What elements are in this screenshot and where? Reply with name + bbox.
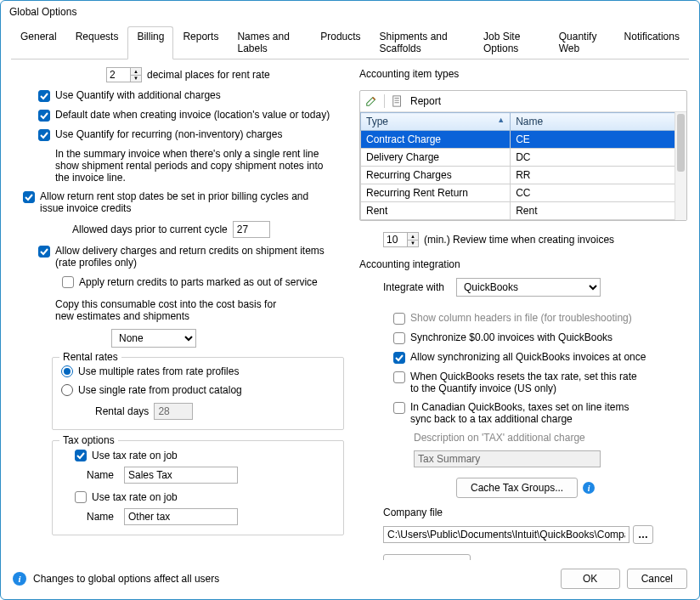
spin-down-icon[interactable]: ▼ [408,241,418,247]
use-quantify-addl-label: Use Quantify with additional charges [55,89,221,101]
spin-up-icon[interactable]: ▲ [131,68,141,76]
allow-delivery-charges-label: Allow delivery charges and return credit… [55,245,336,269]
decimal-places-input[interactable] [106,67,130,82]
sync-zero-label: Synchronize $0.00 invoices with QuickBoo… [410,331,612,343]
review-minutes-input[interactable] [383,232,407,247]
sort-asc-icon: ▲ [497,116,505,124]
tax-desc-label: Description on 'TAX' additional charge [414,432,585,444]
col-type-header[interactable]: Type▲ [360,113,510,131]
rental-rates-group: Rental rates Use multiple rates from rat… [52,357,344,430]
info-icon[interactable]: i [583,482,595,494]
use-tax-rate-2-label: Use tax rate on job [92,491,178,503]
cancel-button[interactable]: Cancel [627,569,687,589]
tab-products[interactable]: Products [311,26,370,59]
allow-delivery-charges-checkbox[interactable] [38,246,50,258]
accounting-item-table: Report Type▲ Name Contract ChargeCE [359,90,687,221]
tab-general[interactable]: General [11,26,66,59]
tab-notifications[interactable]: Notifications [615,26,689,59]
decimal-places-spinner[interactable]: ▲▼ [106,67,142,82]
tax-name-2-label: Name [87,511,119,523]
col-name-header[interactable]: Name [511,113,686,131]
rental-days-input [154,403,193,420]
qb-reset-tax-checkbox[interactable] [393,371,405,383]
tab-reports[interactable]: Reports [173,26,228,59]
tab-names-labels[interactable]: Names and Labels [228,26,311,59]
canadian-qb-label: In Canadian QuickBooks, taxes set on lin… [410,401,648,425]
table-row[interactable]: Recurring ChargesRR [360,167,686,184]
apply-return-credits-checkbox[interactable] [62,276,74,288]
table-row[interactable]: Delivery ChargeDC [360,149,686,167]
sync-all-checkbox[interactable] [393,352,405,364]
report-icon[interactable] [390,93,405,109]
ok-button[interactable]: OK [561,569,620,589]
table-row[interactable]: Contract ChargeCE [360,131,686,149]
report-label[interactable]: Report [410,95,441,107]
edit-icon[interactable] [364,93,379,109]
tax-options-group: Tax options Use tax rate on job Name Use… [52,440,344,535]
table-row[interactable]: Recurring Rent ReturnCC [360,184,686,202]
use-tax-rate-1-checkbox[interactable] [75,450,87,461]
use-quantify-recurring-label: Use Quantify for recurring (non-inventor… [55,128,282,140]
footer-notice: Changes to global options affect all use… [33,573,219,585]
rental-rates-legend: Rental rates [59,351,121,363]
copy-consumable-select[interactable]: None [111,329,196,348]
tabs-bar: General Requests Billing Reports Names a… [11,26,689,59]
svg-rect-0 [393,96,401,106]
allow-return-rent-checkbox[interactable] [23,191,35,203]
default-date-label: Default date when creating invoice (loca… [55,109,330,121]
rental-multi-label: Use multiple rates from rate profiles [78,365,239,377]
tab-job-site-options[interactable]: Job Site Options [474,26,550,59]
allowed-days-input[interactable] [233,221,270,238]
tab-quantify-web[interactable]: Quantify Web [550,26,615,59]
spin-up-icon[interactable]: ▲ [408,233,418,241]
tab-shipments[interactable]: Shipments and Scaffolds [370,26,474,59]
allowed-days-label: Allowed days prior to current cycle [72,224,228,235]
use-quantify-recurring-checkbox[interactable] [38,129,50,141]
company-file-label: Company file [383,507,443,518]
rental-single-radio[interactable] [61,384,73,396]
sync-zero-checkbox[interactable] [393,332,405,344]
accounting-item-types-label: Accounting item types [359,68,687,80]
window-title: Global Options [1,1,699,20]
allow-return-rent-label: Allow return rent stop dates be set in p… [40,190,329,214]
qb-reset-tax-label: When QuickBooks resets the tax rate, set… [410,371,648,394]
tax-name-2-input[interactable] [124,508,238,525]
table-row[interactable]: RentRent [360,202,686,220]
integrate-with-label: Integrate with [383,281,451,293]
browse-button[interactable]: … [633,525,653,544]
review-minutes-label: (min.) Review time when creating invoice… [424,234,614,246]
default-date-checkbox[interactable] [38,110,50,122]
cache-tax-groups-button[interactable]: Cache Tax Groups... [456,478,578,498]
test-settings-button[interactable]: Test Settings [383,554,471,560]
copy-consumable-label: Copy this consumable cost into the cost … [55,298,293,322]
tax-options-legend: Tax options [59,434,118,446]
table-scrollbar[interactable] [675,112,686,220]
rental-days-label: Rental days [95,405,149,417]
info-icon: i [13,572,26,586]
tab-requests[interactable]: Requests [66,26,128,59]
spin-down-icon[interactable]: ▼ [131,76,141,82]
tax-desc-input [414,450,601,467]
review-minutes-spinner[interactable]: ▲▼ [383,232,419,247]
apply-return-credits-label: Apply return credits to parts marked as … [79,276,318,288]
sync-all-label: Allow synchronizing all QuickBooks invoi… [410,351,646,363]
rental-multi-radio[interactable] [61,365,73,377]
tax-name-1-label: Name [87,469,119,481]
summary-invoice-text: In the summary invoice when there's only… [55,148,327,184]
decimal-places-label: decimal places for rent rate [147,69,270,81]
use-tax-rate-2-checkbox[interactable] [75,491,87,503]
tax-name-1-input[interactable] [124,467,238,484]
show-column-headers-label: Show column headers in file (for trouble… [410,312,632,324]
use-tax-rate-1-label: Use tax rate on job [92,450,178,461]
use-quantify-addl-checkbox[interactable] [38,90,50,102]
rental-single-label: Use single rate from product catalog [78,384,242,396]
company-file-input[interactable] [383,526,629,543]
accounting-integration-label: Accounting integration [359,258,687,270]
integrate-with-select[interactable]: QuickBooks [456,278,601,297]
canadian-qb-checkbox[interactable] [393,402,405,414]
show-column-headers-checkbox[interactable] [393,313,405,325]
tab-billing[interactable]: Billing [127,26,173,59]
